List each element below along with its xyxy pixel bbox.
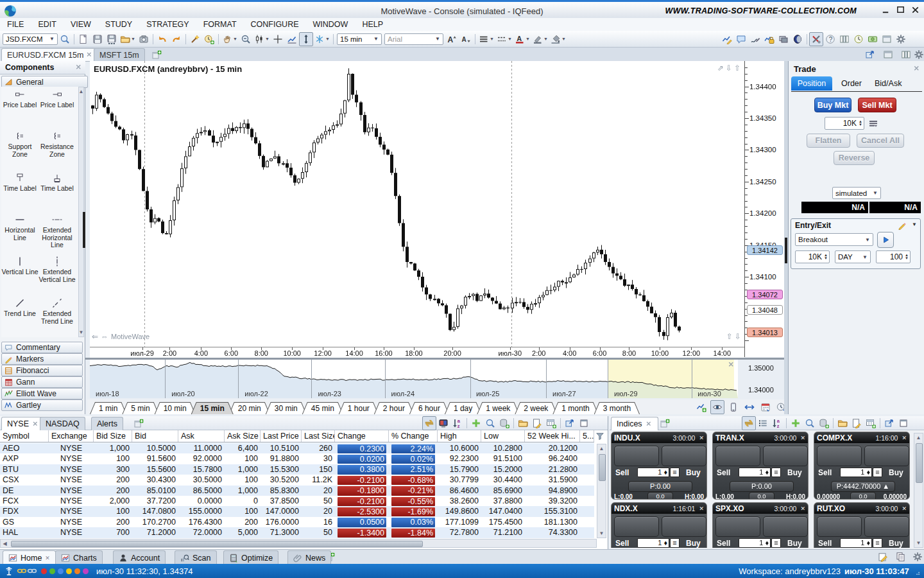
sell-button[interactable]: Sell [717, 468, 730, 477]
fit-vertical-button[interactable] [299, 32, 313, 46]
sell-button[interactable]: Sell [615, 468, 629, 477]
component-extended-vertical-line[interactable]: Extended Vertical Line [38, 254, 76, 295]
lock-chart-button[interactable] [762, 32, 776, 46]
timeframe-6-hour[interactable]: 6 hour [409, 402, 449, 414]
timeframe-1-month[interactable]: 1 month [552, 402, 598, 414]
layout-icon[interactable] [883, 49, 893, 60]
bid-price-button[interactable] [817, 516, 862, 537]
menu-edit[interactable]: EDIT [31, 20, 63, 29]
edit-page-icon[interactable] [878, 552, 888, 562]
strategy-select[interactable]: Breakout▼ [795, 233, 873, 246]
chart-scroll-arrows[interactable]: ⇧⇩ [726, 332, 741, 341]
maximize-button[interactable] [896, 5, 905, 15]
list-view-icon[interactable] [756, 416, 770, 430]
section-commentary[interactable]: Commentary [1, 342, 83, 353]
component-vertical-line[interactable]: Vertical Line [1, 254, 38, 295]
page-tab-charts[interactable]: Charts [55, 550, 103, 565]
tab-nyse[interactable]: NYSE [1, 417, 45, 430]
edit-list-icon[interactable] [530, 416, 544, 430]
ask-price-button[interactable] [864, 446, 909, 466]
component-horizontal-line[interactable]: Horizontal Line [1, 212, 38, 254]
timeframe-1-hour[interactable]: 1 hour [339, 402, 379, 414]
column-header--change[interactable]: % Change [389, 430, 438, 442]
section-fibonacci[interactable]: Fibonacci [1, 365, 83, 376]
watchlist-row-CSX[interactable]: CSXNYSE20030.430030.500010030.520011.2K-… [0, 475, 594, 485]
redo-button[interactable] [169, 32, 184, 46]
close-card-icon[interactable]: ✕ [699, 505, 704, 512]
buy-mkt-button[interactable]: Buy Mkt [814, 98, 851, 112]
close-card-icon[interactable]: ✕ [800, 435, 805, 441]
component-extended-trend-line[interactable]: Extended Trend Line [38, 295, 76, 337]
watchlist-row-GS[interactable]: GSNYSE200170.2700176.4300200176.0000160.… [0, 517, 594, 527]
swap-view-icon[interactable] [742, 416, 756, 430]
buy-button[interactable]: Buy [686, 539, 701, 548]
component-resistance-zone[interactable]: Resistance Zone [38, 128, 76, 170]
account-select[interactable]: simulated▼ [832, 187, 881, 199]
timeframe-10-min[interactable]: 10 min [155, 402, 196, 414]
new-document-button[interactable] [76, 32, 90, 46]
undo-button[interactable] [155, 32, 169, 46]
watchlist-row-DE[interactable]: DENYSE20085.010086.50001,00085.830020-0.… [0, 486, 594, 496]
column-header-exchange[interactable]: Exchange [49, 430, 94, 442]
component-price-label[interactable]: Price Label [1, 87, 38, 128]
add-database-icon[interactable] [497, 416, 511, 430]
quantity-input[interactable]: 10K▲▼ [825, 117, 864, 130]
save-all-button[interactable] [105, 32, 119, 46]
font-select[interactable]: Arial▼ [384, 33, 443, 45]
menu-help[interactable]: HELP [355, 20, 390, 29]
add-alert-button[interactable] [202, 32, 216, 46]
qty-input[interactable]: 1 ♦ [739, 468, 771, 477]
buy-button[interactable]: Buy [889, 468, 903, 477]
close-tab-icon[interactable] [86, 51, 93, 58]
menu-file[interactable]: FILE [0, 20, 31, 29]
bid-price-button[interactable] [614, 516, 659, 537]
time-axis[interactable]: июл-292:004:006:008:0010:0012:0014:0016:… [90, 347, 744, 358]
column-header-ask-size[interactable]: Ask Size [225, 430, 261, 442]
tab-indices[interactable]: Indices [611, 417, 658, 430]
qty-input[interactable]: 1 ♦ [637, 538, 669, 548]
link-charts-button[interactable]: ▼ [313, 32, 331, 46]
page-tab-optimize[interactable]: Optimize [223, 550, 278, 565]
watchlist-hscrollbar[interactable]: ◀ [0, 539, 597, 548]
mask-button[interactable] [791, 32, 805, 46]
calendar-icon[interactable] [758, 400, 773, 414]
cancel-all-button[interactable]: Cancel All [857, 134, 904, 148]
qty-input[interactable]: 1 ♦ [840, 538, 872, 548]
chart-nav-arrows[interactable]: ⇗⇩⇧ [717, 64, 740, 73]
qty-presets-icon[interactable]: ≡ [771, 538, 781, 548]
column-header-last-price[interactable]: Last Price [261, 430, 302, 442]
tab-alerts[interactable]: Alerts [91, 417, 123, 430]
qty-presets-icon[interactable]: ≡ [670, 538, 680, 548]
account-money-button[interactable] [866, 32, 880, 46]
section-markers[interactable]: Markers [1, 353, 83, 365]
bid-price-button[interactable] [715, 446, 760, 466]
column-header-ask[interactable]: Ask [178, 430, 225, 442]
timeframe-2-week[interactable]: 2 week [515, 402, 557, 414]
add-database-icon[interactable] [817, 416, 831, 430]
ask-price-button[interactable] [864, 516, 909, 537]
panel-button[interactable] [880, 32, 894, 46]
menu-view[interactable]: VIEW [64, 20, 98, 29]
comments-button[interactable] [734, 32, 748, 46]
buy-button[interactable]: Buy [787, 539, 802, 548]
watchlist-row-HAL[interactable]: HALNYSE70071.200072.00005,00071.300050-1… [0, 527, 594, 538]
position-button[interactable]: P:4442.70000 ▲ [831, 481, 895, 492]
page-settings-icon[interactable] [912, 552, 923, 562]
watchlist-header[interactable]: SymbolExchangeBid SizeBidAskAsk SizeLast… [0, 430, 594, 442]
watchlist-vscrollbar[interactable]: ▲ ▼ [597, 444, 606, 538]
page-tab-account[interactable]: Account [113, 550, 166, 565]
search-icon[interactable] [803, 416, 817, 430]
edit-chart-button[interactable] [720, 32, 734, 46]
entry-exit-collapse-icon[interactable]: ▼ [912, 222, 917, 227]
page-tab-news[interactable]: News [287, 550, 331, 565]
columns-button[interactable] [837, 32, 851, 46]
close-tab-icon[interactable] [646, 421, 653, 428]
qty-input[interactable]: 1 ♦ [840, 468, 872, 477]
sort-icon[interactable]: az [770, 416, 784, 430]
add-table-icon[interactable] [864, 416, 878, 430]
visibility-icon[interactable] [710, 400, 724, 414]
column-header-bid[interactable]: Bid [132, 430, 178, 442]
sell-button[interactable]: Sell [717, 539, 730, 548]
sell-button[interactable]: Sell [615, 539, 629, 548]
run-strategy-button[interactable] [877, 232, 894, 248]
